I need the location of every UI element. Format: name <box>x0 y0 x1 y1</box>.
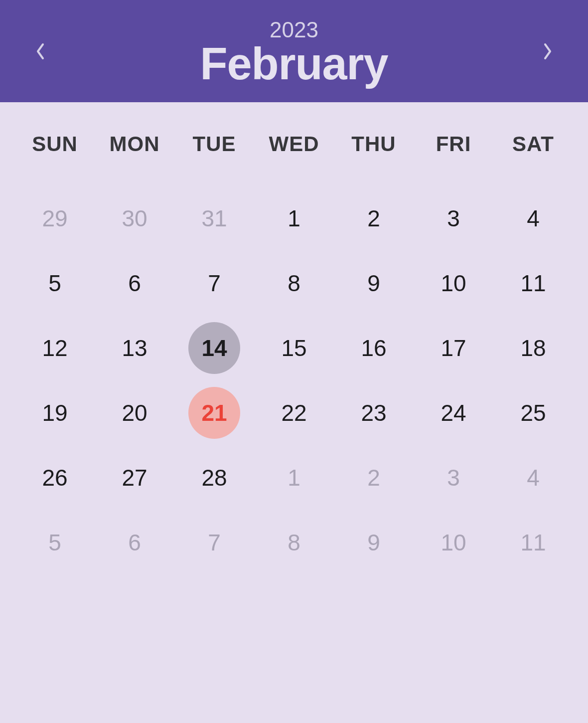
day-number: 6 <box>109 517 160 568</box>
day-number: 2 <box>348 452 400 504</box>
day-number: 3 <box>428 192 479 244</box>
day-number: 1 <box>268 452 320 504</box>
day-number: 5 <box>29 257 81 309</box>
day-number: 24 <box>428 387 479 439</box>
day-number: 10 <box>428 257 479 309</box>
day-cell[interactable]: 17 <box>414 316 493 380</box>
day-cell[interactable]: 31 <box>174 186 254 251</box>
day-number: 7 <box>188 517 240 568</box>
day-cell[interactable]: 13 <box>95 316 174 380</box>
day-number: 10 <box>428 517 479 568</box>
day-cell[interactable]: 8 <box>254 510 334 575</box>
day-cell[interactable]: 10 <box>414 251 493 316</box>
day-cell[interactable]: 21 <box>174 380 254 445</box>
prev-month-button[interactable] <box>25 32 56 70</box>
day-number: 8 <box>268 517 320 568</box>
day-cell[interactable]: 5 <box>15 510 95 575</box>
day-cell[interactable]: 29 <box>15 186 95 251</box>
day-cell[interactable]: 15 <box>254 316 334 380</box>
next-month-button[interactable] <box>532 32 563 70</box>
day-cell[interactable]: 18 <box>493 316 573 380</box>
day-of-week-row: SUNMONTUEWEDTHUFRISAT <box>15 132 573 186</box>
day-cell[interactable]: 30 <box>95 186 174 251</box>
day-cell[interactable]: 2 <box>334 445 414 510</box>
day-cell[interactable]: 1 <box>254 445 334 510</box>
day-number: 12 <box>29 322 81 374</box>
chevron-left-icon <box>35 42 46 60</box>
day-number: 31 <box>188 192 240 244</box>
day-number: 25 <box>507 387 559 439</box>
day-number: 4 <box>507 192 559 244</box>
day-of-week-header: SUN <box>15 132 95 186</box>
day-number: 3 <box>428 452 479 504</box>
day-cell[interactable]: 5 <box>15 251 95 316</box>
day-number: 15 <box>268 322 320 374</box>
day-number: 11 <box>507 257 559 309</box>
day-number: 26 <box>29 452 81 504</box>
days-grid: 2930311234567891011121314151617181920212… <box>15 186 573 575</box>
day-number: 17 <box>428 322 479 374</box>
day-cell[interactable]: 20 <box>95 380 174 445</box>
day-cell[interactable]: 8 <box>254 251 334 316</box>
day-number: 30 <box>109 192 160 244</box>
calendar-header: 2023 February <box>0 0 588 102</box>
day-of-week-header: MON <box>95 132 174 186</box>
day-of-week-header: TUE <box>174 132 254 186</box>
calendar-body: SUNMONTUEWEDTHUFRISAT 293031123456789101… <box>0 102 588 590</box>
day-number: 16 <box>348 322 400 374</box>
day-cell[interactable]: 24 <box>414 380 493 445</box>
day-number: 1 <box>268 192 320 244</box>
day-number: 14 <box>188 322 240 374</box>
day-number: 19 <box>29 387 81 439</box>
day-cell[interactable]: 9 <box>334 251 414 316</box>
day-of-week-header: THU <box>334 132 414 186</box>
day-cell[interactable]: 2 <box>334 186 414 251</box>
day-cell[interactable]: 7 <box>174 510 254 575</box>
day-number: 6 <box>109 257 160 309</box>
day-number: 2 <box>348 192 400 244</box>
day-number: 4 <box>507 452 559 504</box>
day-cell[interactable]: 4 <box>493 186 573 251</box>
day-cell[interactable]: 11 <box>493 510 573 575</box>
day-of-week-header: SAT <box>493 132 573 186</box>
day-cell[interactable]: 22 <box>254 380 334 445</box>
day-cell[interactable]: 11 <box>493 251 573 316</box>
day-cell[interactable]: 4 <box>493 445 573 510</box>
day-number: 27 <box>109 452 160 504</box>
day-cell[interactable]: 26 <box>15 445 95 510</box>
day-cell[interactable]: 25 <box>493 380 573 445</box>
day-number: 23 <box>348 387 400 439</box>
day-number: 22 <box>268 387 320 439</box>
day-cell[interactable]: 27 <box>95 445 174 510</box>
day-cell[interactable]: 12 <box>15 316 95 380</box>
day-of-week-header: FRI <box>414 132 493 186</box>
day-cell[interactable]: 6 <box>95 251 174 316</box>
day-number: 7 <box>188 257 240 309</box>
day-number: 20 <box>109 387 160 439</box>
day-cell[interactable]: 10 <box>414 510 493 575</box>
day-number: 29 <box>29 192 81 244</box>
day-cell[interactable]: 28 <box>174 445 254 510</box>
day-cell[interactable]: 14 <box>174 316 254 380</box>
month-label: February <box>200 38 388 90</box>
day-number: 28 <box>188 452 240 504</box>
day-number: 8 <box>268 257 320 309</box>
day-number: 9 <box>348 257 400 309</box>
day-number: 13 <box>109 322 160 374</box>
day-of-week-header: WED <box>254 132 334 186</box>
day-cell[interactable]: 1 <box>254 186 334 251</box>
day-cell[interactable]: 23 <box>334 380 414 445</box>
day-cell[interactable]: 16 <box>334 316 414 380</box>
day-cell[interactable]: 3 <box>414 445 493 510</box>
day-cell[interactable]: 6 <box>95 510 174 575</box>
day-cell[interactable]: 19 <box>15 380 95 445</box>
day-number: 11 <box>507 517 559 568</box>
chevron-right-icon <box>542 42 553 60</box>
day-number: 21 <box>188 387 240 439</box>
day-number: 5 <box>29 517 81 568</box>
day-number: 9 <box>348 517 400 568</box>
day-cell[interactable]: 7 <box>174 251 254 316</box>
day-number: 18 <box>507 322 559 374</box>
day-cell[interactable]: 9 <box>334 510 414 575</box>
day-cell[interactable]: 3 <box>414 186 493 251</box>
